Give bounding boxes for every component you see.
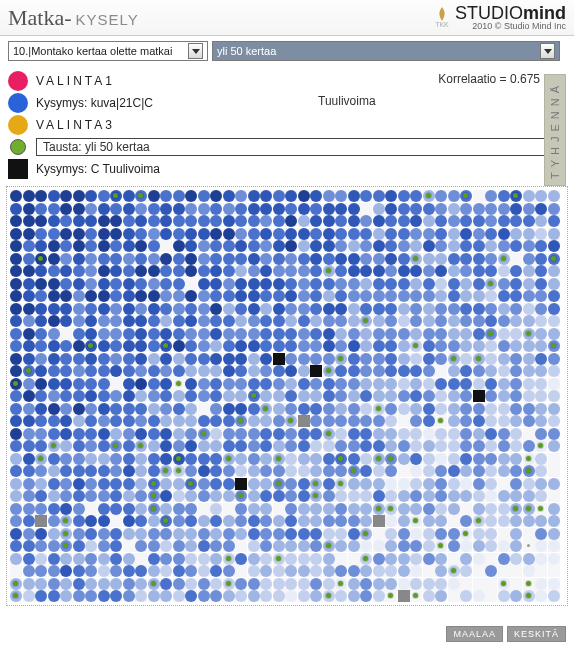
grid-cell[interactable] [348, 453, 360, 465]
grid-cell[interactable] [60, 553, 72, 565]
grid-cell[interactable] [123, 315, 135, 327]
grid-cell[interactable] [23, 215, 35, 227]
grid-cell[interactable] [210, 390, 222, 402]
grid-cell[interactable] [248, 265, 260, 277]
grid-cell[interactable] [298, 328, 310, 340]
grid-cell[interactable] [360, 440, 372, 452]
grid-cell[interactable] [485, 528, 497, 540]
grid-cell[interactable] [110, 503, 122, 515]
grid-cell[interactable] [310, 240, 322, 252]
grid-cell[interactable] [285, 415, 297, 427]
grid-cell[interactable] [35, 553, 47, 565]
grid-cell[interactable] [298, 253, 310, 265]
grid-cell[interactable] [85, 415, 97, 427]
grid-cell[interactable] [23, 315, 35, 327]
grid-cell[interactable] [335, 528, 347, 540]
grid-cell[interactable] [185, 453, 197, 465]
grid-cell[interactable] [173, 190, 185, 202]
grid-cell[interactable] [323, 190, 335, 202]
grid-cell[interactable] [110, 278, 122, 290]
grid-cell[interactable] [60, 253, 72, 265]
grid-cell[interactable] [435, 465, 447, 477]
grid-cell[interactable] [210, 228, 222, 240]
grid-cell[interactable] [273, 415, 285, 427]
grid-cell[interactable] [298, 365, 310, 377]
grid-cell[interactable] [335, 365, 347, 377]
grid-cell[interactable] [510, 578, 522, 590]
grid-cell[interactable] [348, 503, 360, 515]
grid-cell[interactable] [48, 578, 60, 590]
grid-cell[interactable] [460, 278, 472, 290]
grid-cell[interactable] [73, 328, 85, 340]
grid-cell[interactable] [110, 490, 122, 502]
grid-cell[interactable] [548, 490, 560, 502]
grid-cell[interactable] [10, 553, 22, 565]
grid-cell[interactable] [485, 453, 497, 465]
grid-cell[interactable] [210, 378, 222, 390]
grid-cell[interactable] [23, 365, 35, 377]
grid-cell[interactable] [198, 503, 210, 515]
grid-cell[interactable] [173, 228, 185, 240]
grid-cell[interactable] [173, 428, 185, 440]
grid-cell[interactable] [385, 328, 397, 340]
grid-cell[interactable] [160, 315, 172, 327]
grid-cell[interactable] [135, 378, 147, 390]
grid-cell[interactable] [135, 203, 147, 215]
grid-cell[interactable] [160, 378, 172, 390]
grid-cell[interactable] [398, 478, 410, 490]
grid-cell[interactable] [260, 215, 272, 227]
grid-cell[interactable] [185, 578, 197, 590]
grid-cell[interactable] [148, 440, 160, 452]
grid-cell[interactable] [373, 403, 385, 415]
grid-cell[interactable] [35, 540, 47, 552]
grid-cell[interactable] [185, 228, 197, 240]
grid-cell[interactable] [260, 390, 272, 402]
grid-cell[interactable] [198, 590, 210, 602]
grid-cell[interactable] [123, 590, 135, 602]
grid-cell[interactable] [298, 315, 310, 327]
grid-cell[interactable] [85, 578, 97, 590]
grid-cell[interactable] [210, 490, 222, 502]
grid-cell[interactable] [248, 415, 260, 427]
grid-cell[interactable] [123, 340, 135, 352]
grid-cell[interactable] [510, 303, 522, 315]
grid-cell[interactable] [473, 415, 485, 427]
grid-cell[interactable] [348, 515, 360, 527]
grid-cell[interactable] [485, 215, 497, 227]
grid-cell[interactable] [248, 440, 260, 452]
grid-cell[interactable] [148, 303, 160, 315]
grid-cell[interactable] [510, 428, 522, 440]
grid-cell[interactable] [210, 240, 222, 252]
grid-cell[interactable] [210, 503, 222, 515]
grid-cell[interactable] [335, 328, 347, 340]
grid-cell[interactable] [335, 315, 347, 327]
grid-cell[interactable] [185, 590, 197, 602]
grid-cell[interactable] [173, 215, 185, 227]
grid-cell[interactable] [548, 240, 560, 252]
grid-cell[interactable] [110, 465, 122, 477]
grid-cell[interactable] [10, 365, 22, 377]
grid-cell[interactable] [10, 240, 22, 252]
grid-cell[interactable] [198, 540, 210, 552]
grid-cell[interactable] [10, 265, 22, 277]
grid-cell[interactable] [473, 303, 485, 315]
grid-cell[interactable] [110, 203, 122, 215]
grid-cell[interactable] [485, 478, 497, 490]
grid-cell[interactable] [73, 365, 85, 377]
grid-cell[interactable] [260, 415, 272, 427]
grid-cell[interactable] [510, 440, 522, 452]
grid-cell[interactable] [285, 265, 297, 277]
grid-cell[interactable] [448, 578, 460, 590]
grid-cell[interactable] [335, 403, 347, 415]
grid-cell[interactable] [323, 278, 335, 290]
grid-cell[interactable] [148, 253, 160, 265]
grid-cell[interactable] [10, 403, 22, 415]
grid-cell[interactable] [335, 515, 347, 527]
grid-cell[interactable] [198, 440, 210, 452]
grid-cell[interactable] [123, 253, 135, 265]
grid-cell[interactable] [73, 203, 85, 215]
grid-cell[interactable] [373, 390, 385, 402]
grid-cell[interactable] [223, 240, 235, 252]
keskita-button[interactable]: KESKITÄ [507, 626, 566, 642]
grid-cell[interactable] [10, 565, 22, 577]
